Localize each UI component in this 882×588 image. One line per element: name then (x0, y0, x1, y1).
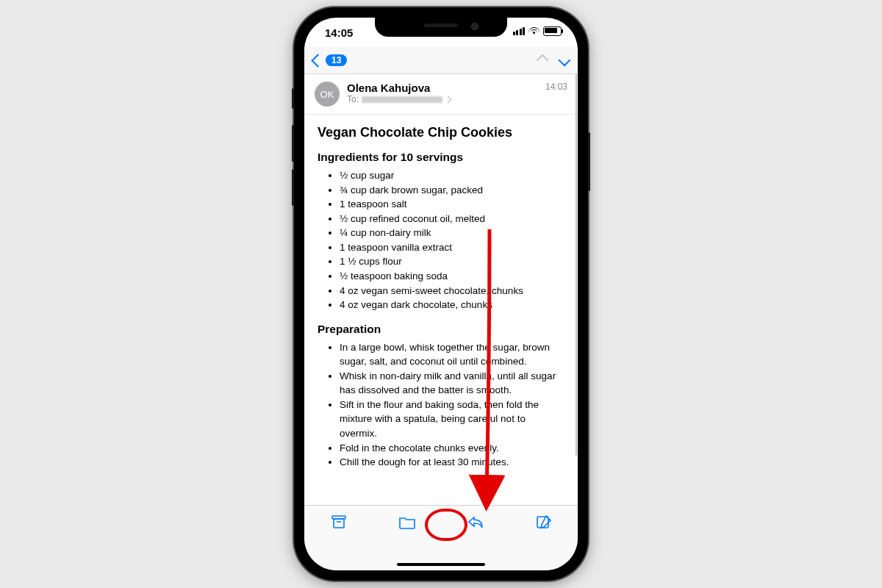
recipient-line[interactable]: To: (347, 94, 538, 104)
list-item: 1 ½ cups flour (340, 254, 564, 269)
wifi-icon (528, 27, 539, 35)
chevron-left-icon (311, 54, 324, 67)
phone-frame: 14:05 13 OK Olena Kahujova T (294, 7, 588, 581)
svg-rect-1 (334, 519, 344, 528)
list-item: 4 oz vegan semi-sweet chocolate, chunks (340, 284, 564, 298)
list-item: Sift in the flour and baking soda, then … (340, 398, 564, 441)
home-indicator[interactable] (397, 563, 485, 566)
preparation-list: In a large bowl, whisk together the suga… (318, 340, 564, 470)
nav-bar: 13 (304, 47, 578, 74)
scroll-indicator (576, 74, 577, 456)
notch (375, 18, 507, 37)
screen: 14:05 13 OK Olena Kahujova T (304, 18, 578, 570)
list-item: Chill the dough for at least 30 minutes. (340, 455, 564, 470)
ingredients-heading: Ingredients for 10 servings (318, 151, 564, 164)
list-item: Fold in the chocolate chunks evenly. (340, 441, 564, 456)
to-label: To: (347, 94, 359, 104)
list-item: In a large bowl, whisk together the suga… (340, 340, 564, 369)
chevron-right-icon (445, 96, 452, 103)
list-item: ½ cup sugar (340, 168, 564, 183)
list-item: ¼ cup non-dairy milk (340, 226, 564, 240)
next-message-button[interactable] (559, 54, 571, 67)
sender-name: Olena Kahujova (347, 82, 538, 94)
status-time: 14:05 (325, 26, 353, 39)
bottom-toolbar (304, 505, 578, 570)
list-item: 1 teaspoon salt (340, 197, 564, 212)
email-time: 14:03 (545, 82, 567, 107)
preparation-heading: Preparation (318, 323, 564, 336)
avatar: OK (315, 82, 340, 107)
list-item: ½ cup refined coconut oil, melted (340, 212, 564, 226)
email-title: Vegan Chocolate Chip Cookies (318, 125, 564, 140)
move-button[interactable] (397, 513, 417, 531)
unread-badge: 13 (326, 54, 347, 66)
list-item: ¾ cup dark brown sugar, packed (340, 183, 564, 198)
compose-button[interactable] (534, 513, 554, 531)
prev-message-button[interactable] (537, 54, 549, 67)
archive-button[interactable] (329, 513, 349, 531)
list-item: 4 oz vegan dark chocolate, chunks (340, 298, 564, 312)
recipient-redacted (362, 96, 442, 103)
list-item: Whisk in non-dairy milk and vanilla, unt… (340, 369, 564, 398)
email-body[interactable]: Vegan Chocolate Chip Cookies Ingredients… (304, 115, 578, 513)
list-item: 1 teaspoon vanilla extract (340, 240, 564, 255)
ingredients-list: ½ cup sugar¾ cup dark brown sugar, packe… (318, 168, 564, 312)
reply-button[interactable] (465, 513, 486, 531)
cellular-icon (513, 27, 526, 35)
list-item: ½ teaspoon baking soda (340, 269, 564, 284)
battery-icon (543, 26, 562, 36)
email-header[interactable]: OK Olena Kahujova To: 14:03 (304, 74, 578, 115)
back-button[interactable]: 13 (313, 54, 347, 66)
